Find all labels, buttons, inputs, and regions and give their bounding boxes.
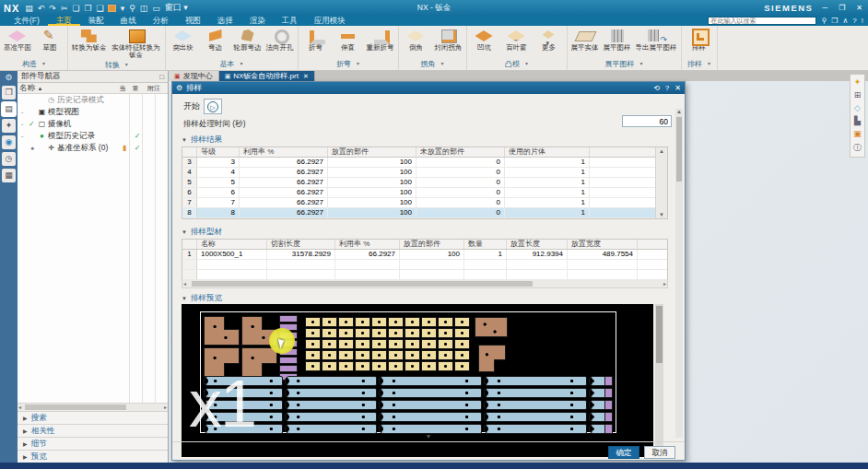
undock-icon[interactable]: □ [159, 73, 164, 81]
dialog-help-icon[interactable]: ? [665, 84, 669, 92]
results-table-scrollbar[interactable]: ▲ ▼ [655, 147, 667, 218]
view-tab[interactable]: ▣NX钣金自动排样.prt✕ [219, 71, 315, 81]
assembly-navigator-icon[interactable]: ❒ [2, 86, 16, 100]
command-finder-icon[interactable]: ⚲ [129, 4, 135, 13]
fullscreen-icon[interactable]: ❒ [831, 17, 838, 25]
ribbon-button[interactable]: 展平实体 [569, 27, 601, 52]
menu-item[interactable]: 主页 [48, 16, 80, 26]
chart-icon[interactable]: ▙ [854, 116, 861, 125]
qat-icon[interactable]: ❐ [85, 4, 92, 13]
table-row[interactable]: 11000X500_131578.292966.29271001912.9394… [182, 250, 667, 260]
table-row[interactable]: 6666.292710001 [182, 188, 667, 198]
nesting-shortcut-icon[interactable]: ▣ [853, 129, 862, 138]
menu-item[interactable]: 分析 [145, 16, 177, 26]
dropdown-icon[interactable]: ▾ [708, 58, 710, 70]
touch-icon[interactable]: ◫ [140, 4, 148, 13]
qat-icon[interactable]: ❏ [72, 4, 79, 13]
column-quantity[interactable]: 量 [129, 84, 142, 93]
window-icon[interactable]: ▭ [152, 4, 160, 13]
table-row[interactable]: 7766.292710001 [182, 198, 667, 208]
preview-scrollbar[interactable] [655, 304, 663, 457]
ribbon-button[interactable]: 排样 [684, 27, 715, 52]
tree-item[interactable]: -●模型历史记录✓ [18, 130, 168, 142]
search-icon[interactable]: ⚲ [821, 17, 827, 25]
dialog-scrollbar[interactable]: ▲ [675, 109, 683, 438]
menu-item[interactable]: 装配 [80, 16, 112, 26]
ribbon-button[interactable]: 更多 [534, 27, 565, 52]
reuse-library-icon[interactable]: ✦ [2, 119, 16, 133]
dialog-reset-icon[interactable]: ⟲ [653, 84, 660, 92]
qat-icon[interactable]: ▤ [25, 4, 33, 13]
start-button[interactable]: ▷ [204, 99, 222, 114]
ribbon-button[interactable]: 封闭拐角 [433, 27, 464, 52]
ribbon-button[interactable]: 折弯 [300, 27, 332, 52]
ribbon-button[interactable]: 草图 [34, 27, 65, 52]
qat-icon[interactable]: ✂ [61, 4, 68, 13]
nesting-preview-canvas[interactable]: x1 [182, 304, 653, 457]
section-preview[interactable]: ▼ 排样预览 [182, 293, 222, 304]
navigator-section-item[interactable]: ▶相关性 [18, 424, 168, 437]
ribbon-button[interactable]: 轮廓弯边 [232, 27, 264, 52]
tree-item[interactable]: -✓▢摄像机 [18, 118, 168, 130]
reuse-spark-icon[interactable]: ✦ [854, 77, 862, 87]
cancel-button[interactable]: 取消 [644, 446, 675, 459]
menu-item[interactable]: 渲染 [241, 16, 274, 26]
time-input[interactable] [622, 115, 672, 127]
dropdown-icon[interactable]: ▾ [240, 58, 242, 70]
ribbon-button[interactable]: 百叶窗 [501, 27, 533, 52]
search-input[interactable] [708, 17, 816, 25]
menu-item[interactable]: 应用模块 [306, 16, 354, 26]
roles-icon[interactable]: ▦ [2, 169, 16, 182]
dropdown-icon[interactable]: ▾ [42, 58, 45, 70]
ribbon-button[interactable]: 弯边 [200, 27, 231, 52]
menu-item[interactable]: 工具 [274, 16, 306, 26]
menu-item[interactable]: 文件(F) [6, 16, 48, 26]
table-row[interactable]: 3366.292710001 [182, 158, 667, 168]
table-row[interactable]: 4466.292710001 [182, 168, 667, 178]
dropdown-icon[interactable]: ▾ [525, 58, 528, 70]
ribbon-button[interactable]: 导出展平图样 [634, 27, 679, 52]
ribbon-button[interactable]: 基准平面 [2, 27, 33, 52]
window-menu[interactable]: 窗口 ▾ [165, 2, 188, 14]
web-browser-icon[interactable]: ◉ [2, 135, 16, 149]
dialog-title-bar[interactable]: ⚙ 排样 ⟲ ? ✕ [172, 82, 685, 94]
ribbon-button[interactable]: 突出块 [168, 27, 199, 52]
tab-close-icon[interactable]: ✕ [303, 73, 309, 80]
navigator-section-item[interactable]: ▶搜索 [18, 411, 168, 424]
dropdown-icon[interactable]: ▾ [440, 58, 443, 70]
dropdown-icon[interactable]: ▾ [125, 59, 128, 71]
ok-button[interactable]: 确定 [608, 446, 639, 459]
stock-table-hscrollbar[interactable]: ◂ ▸ [182, 280, 668, 288]
tree-item[interactable]: -▣模型视图 [18, 106, 168, 118]
column-name[interactable]: 名称 ▲ [19, 83, 116, 94]
menu-item[interactable]: 选择 [209, 16, 241, 26]
minimize-ribbon-icon[interactable]: ∧ [842, 17, 848, 25]
dialog-close-icon[interactable]: ✕ [674, 84, 681, 92]
ribbon-button[interactable]: 转换为钣金 [70, 27, 109, 52]
restore-button[interactable]: ❐ [837, 4, 847, 12]
ribbon-button[interactable]: 凹坑 [469, 27, 500, 52]
ribbon-button[interactable]: 法向开孔 [264, 27, 296, 52]
tree-item[interactable]: ◷历史记录模式 [18, 94, 168, 106]
menu-item[interactable]: 视图 [177, 16, 209, 26]
info-icon[interactable]: ⓘ [853, 142, 862, 154]
table-row[interactable]: 8866.292710001 [182, 208, 667, 218]
gear-icon[interactable]: ⚙ [2, 73, 16, 83]
dropdown-icon[interactable]: ▾ [639, 58, 642, 70]
table-row[interactable]: 5566.292710001 [182, 178, 667, 188]
section-stock[interactable]: ▼ 排样型材 [182, 227, 222, 238]
ribbon-button[interactable]: 实体特征转换为钣金 [110, 27, 163, 59]
ribbon-button[interactable]: 重新折弯 [365, 27, 396, 52]
ribbon-button[interactable]: 倒角 [401, 27, 432, 52]
ribbon-button[interactable]: 伸直 [333, 27, 364, 52]
ribbon-button[interactable]: 展平图样 [602, 27, 633, 52]
dropdown-icon[interactable]: ▾ [121, 4, 125, 13]
part-navigator-icon[interactable]: ▤ [2, 102, 16, 116]
qat-icon[interactable]: ↷ [49, 4, 56, 13]
alert-icon[interactable]: ! [862, 17, 863, 25]
column-comment[interactable]: 附注 [142, 84, 166, 93]
qat-icon[interactable]: ↶ [38, 4, 45, 13]
navigator-section-item[interactable]: ▶预览 [18, 450, 168, 463]
history-icon[interactable]: ◷ [2, 152, 16, 166]
flat-pattern-shortcut-icon[interactable]: ⊞ [854, 90, 862, 100]
